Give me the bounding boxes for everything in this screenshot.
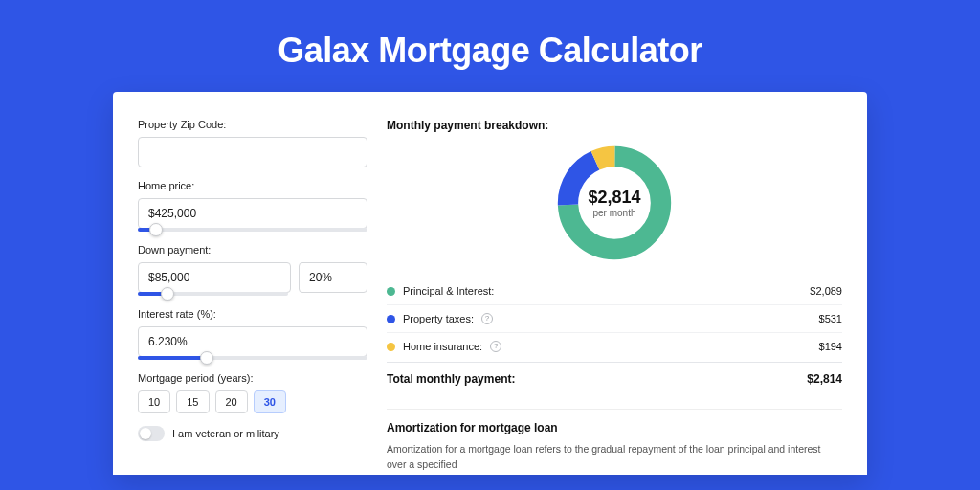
- amortization-text: Amortization for a mortgage loan refers …: [387, 442, 842, 473]
- legend-dot: [387, 315, 395, 323]
- interest-field-group: Interest rate (%):: [138, 308, 368, 360]
- legend-value: $194: [819, 341, 842, 352]
- veteran-toggle[interactable]: [138, 426, 165, 441]
- down-payment-label: Down payment:: [138, 244, 368, 256]
- zip-field-group: Property Zip Code:: [138, 119, 368, 167]
- zip-input[interactable]: [138, 137, 368, 167]
- legend-label: Principal & Interest:: [403, 285, 494, 297]
- calculator-card: Property Zip Code: Home price: Down paym…: [113, 92, 867, 475]
- legend-row: Principal & Interest:$2,089: [387, 278, 842, 304]
- home-price-field-group: Home price:: [138, 180, 368, 232]
- info-icon[interactable]: ?: [490, 341, 501, 352]
- period-option-10[interactable]: 10: [138, 390, 170, 413]
- home-price-slider[interactable]: [138, 228, 368, 232]
- zip-label: Property Zip Code:: [138, 119, 368, 130]
- interest-input[interactable]: [138, 326, 368, 357]
- interest-slider[interactable]: [138, 356, 368, 360]
- breakdown-column: Monthly payment breakdown: $2,814 per mo…: [387, 119, 842, 473]
- down-payment-field-group: Down payment:: [138, 244, 368, 296]
- interest-slider-fill: [138, 356, 207, 360]
- breakdown-legend: Principal & Interest:$2,089Property taxe…: [387, 278, 842, 360]
- period-label: Mortgage period (years):: [138, 372, 368, 384]
- period-option-30[interactable]: 30: [254, 390, 286, 413]
- donut-center: $2,814 per month: [588, 188, 640, 218]
- total-value: $2,814: [807, 372, 842, 386]
- info-icon[interactable]: ?: [481, 313, 493, 324]
- donut-chart: $2,814 per month: [387, 142, 842, 264]
- page-title: Galax Mortgage Calculator: [0, 0, 980, 92]
- legend-dot: [387, 287, 395, 296]
- interest-slider-thumb[interactable]: [200, 351, 213, 365]
- legend-value: $531: [819, 313, 842, 324]
- down-payment-slider[interactable]: [138, 292, 288, 296]
- breakdown-title: Monthly payment breakdown:: [387, 119, 842, 132]
- legend-row: Property taxes:?$531: [387, 304, 842, 332]
- home-price-label: Home price:: [138, 180, 368, 191]
- legend-label: Property taxes:: [403, 313, 474, 324]
- total-label: Total monthly payment:: [387, 372, 515, 386]
- amortization-section: Amortization for mortgage loan Amortizat…: [387, 409, 842, 473]
- legend-row: Home insurance:?$194: [387, 332, 842, 360]
- total-row: Total monthly payment: $2,814: [387, 362, 842, 395]
- legend-value: $2,089: [810, 285, 842, 297]
- period-option-15[interactable]: 15: [176, 390, 209, 413]
- home-price-slider-thumb[interactable]: [149, 223, 163, 236]
- period-option-20[interactable]: 20: [215, 390, 248, 413]
- legend-dot: [387, 343, 395, 351]
- veteran-label: I am veteran or military: [172, 428, 279, 439]
- down-payment-pct-input[interactable]: [299, 262, 368, 293]
- veteran-row: I am veteran or military: [138, 426, 368, 441]
- period-options: 10152030: [138, 390, 368, 413]
- form-column: Property Zip Code: Home price: Down paym…: [138, 119, 368, 473]
- legend-label: Home insurance:: [403, 341, 482, 352]
- amortization-title: Amortization for mortgage loan: [387, 421, 842, 434]
- home-price-input[interactable]: [138, 198, 368, 229]
- donut-center-value: $2,814: [588, 188, 640, 208]
- down-payment-slider-thumb[interactable]: [161, 287, 174, 301]
- interest-label: Interest rate (%):: [138, 308, 368, 320]
- donut-center-label: per month: [588, 208, 640, 218]
- down-payment-input[interactable]: [138, 262, 291, 293]
- period-field-group: Mortgage period (years): 10152030: [138, 372, 368, 413]
